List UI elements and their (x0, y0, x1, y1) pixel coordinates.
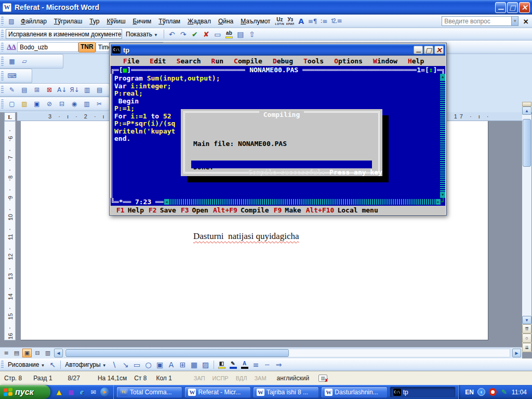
select-objects-icon[interactable]: ↖ (47, 360, 58, 370)
permission-button[interactable]: ⊘ (44, 99, 55, 110)
buildings-icon[interactable]: ▮▮ (66, 388, 75, 396)
menu-item-5[interactable]: Тўплам (155, 16, 184, 26)
menu-item-4[interactable]: Бичим (129, 16, 155, 26)
taskbar-task-3[interactable]: WDasturlashnin... (321, 387, 387, 398)
fn-f9[interactable]: F9Make (269, 206, 301, 214)
close-document-button[interactable]: × (523, 17, 529, 25)
taskbar-task-4[interactable]: C:\tp (390, 387, 456, 398)
start-button[interactable]: пуск (0, 385, 50, 399)
sort-desc-button[interactable]: Я↓ (69, 85, 80, 96)
normal-view-button[interactable]: ≡ (2, 349, 11, 357)
arrow-button[interactable]: ↘ (120, 360, 131, 370)
tp-minimize-button[interactable] (414, 46, 423, 54)
arrow-style-button[interactable]: ⇒ (273, 360, 285, 370)
tab-selector[interactable]: L (4, 112, 16, 121)
uz-kril-button[interactable]: Уз КРИЛ (286, 17, 295, 25)
tp-titlebar[interactable]: C:\ tp (111, 44, 445, 56)
taskbar-task-1[interactable]: WReferat - Micr... (184, 387, 250, 398)
scroll-left-icon[interactable]: ◄ (164, 199, 169, 205)
reading-view-button[interactable]: ▥ (43, 349, 52, 357)
menu-item-6[interactable]: Жадвал (184, 16, 215, 26)
line-color-button[interactable]: ✎ (228, 360, 239, 370)
scroll-track[interactable] (522, 115, 531, 316)
read-mode-button[interactable]: ▥ (81, 99, 92, 110)
text-box-button[interactable]: ▣ (154, 360, 166, 370)
horizontal-scroll-track[interactable] (64, 349, 510, 357)
tp-menu-compile[interactable]: Compile (229, 57, 268, 65)
cut-button[interactable]: ✂ (94, 99, 105, 110)
document-text[interactable]: Dasturni natijasi quyidagicha (193, 231, 299, 242)
show-menu-button[interactable]: Показать▼ (122, 29, 162, 39)
turbo-pascal-window[interactable]: C:\ tp FileEditSearchRunCompileDebugTool… (109, 43, 447, 216)
tp-menu-window[interactable]: Window (368, 57, 403, 65)
save-button[interactable]: ▣ (31, 99, 43, 110)
clip-art-button[interactable]: ▦ (189, 360, 200, 370)
toolbar-grip[interactable] (1, 57, 4, 66)
delete-row-button[interactable]: ⊠ (44, 85, 55, 96)
internet-explorer-icon[interactable]: e (77, 388, 86, 396)
tp-menu-debug[interactable]: Debug (268, 57, 298, 65)
sort-asc-button[interactable]: А↓ (56, 85, 68, 96)
merge-cells-button[interactable]: ▥ (82, 85, 93, 96)
spelling-status-icon[interactable]: ▥ (318, 375, 327, 382)
validate-button[interactable]: ▤ (94, 85, 105, 96)
bullet-list-button[interactable]: ∶≡ (318, 16, 330, 26)
tp-menu-file[interactable]: File (118, 57, 144, 65)
toolbar-grip[interactable] (1, 17, 4, 26)
left-chevron-circle-icon[interactable]: ‹ (477, 388, 485, 396)
fn-f3[interactable]: F3Open (176, 206, 208, 214)
media-player-icon[interactable]: ▶ (100, 388, 109, 396)
tp-menu-options[interactable]: Options (329, 57, 368, 65)
picture-icon[interactable]: ▨ (6, 16, 17, 26)
outlook-express-icon[interactable]: ✉ (89, 388, 98, 396)
scroll-up-icon[interactable]: ▲ (440, 74, 445, 80)
outline-view-button[interactable]: ⊟ (33, 349, 42, 357)
scroll-right-icon[interactable]: ► (436, 199, 441, 205)
clock[interactable]: 11:04 (512, 389, 527, 396)
yellow-triangle-icon[interactable]: ▲ (55, 388, 63, 396)
accept-change-button[interactable]: ✔ (189, 29, 201, 39)
menu-item-1[interactable]: Тўгрилаш (50, 16, 86, 26)
scroll-right-icon[interactable]: ► (512, 349, 521, 357)
font-color-button[interactable]: А (239, 360, 250, 370)
toolbar-grip[interactable] (1, 361, 4, 368)
reviewing-pane-button[interactable]: ▤ (235, 29, 246, 39)
editor-close-icon[interactable]: ■ (123, 66, 127, 74)
question-input[interactable]: Введите вопрос ▼ (442, 16, 518, 26)
fn-alt-f10[interactable]: Alt+F10Local menu (301, 206, 378, 214)
tnr-button[interactable]: TNR (78, 42, 96, 52)
review-mode-select[interactable]: Исправления в измененном документе ▼ (6, 29, 122, 39)
menu-item-2[interactable]: Тур (86, 16, 103, 26)
open-button[interactable]: ▨ (19, 99, 30, 110)
menu-item-3[interactable]: Кўйиш (103, 16, 129, 26)
fn-f2[interactable]: F2Save (144, 206, 176, 214)
tp-menu-run[interactable]: Run (206, 57, 229, 65)
reject-change-button[interactable]: ✘ (201, 29, 212, 39)
wordart-button[interactable]: A (166, 360, 177, 370)
tp-maximize-button[interactable] (424, 46, 433, 54)
maximize-button[interactable] (507, 2, 518, 13)
scroll-down-icon[interactable]: ▼ (440, 192, 445, 198)
close-button[interactable] (519, 2, 530, 13)
fill-color-button[interactable]: ◧ (216, 360, 228, 370)
web-layout-view-button[interactable]: ▤ (12, 349, 21, 357)
scroll-thumb[interactable] (523, 119, 531, 167)
tp-menu-help[interactable]: Help (403, 57, 429, 65)
draw-table-button[interactable]: ▦ (6, 56, 18, 67)
handwriting-button[interactable]: ⌨ (6, 71, 18, 82)
menu-item-8[interactable]: Маълумот (237, 16, 274, 26)
style-select[interactable]: Bodo_uzb (17, 42, 78, 52)
minimize-button[interactable] (495, 2, 506, 13)
edit-text-button[interactable]: ✎ (6, 85, 18, 96)
autoshapes-menu-button[interactable]: Автофигуры▼ (63, 360, 108, 369)
language-indicator[interactable]: EN (465, 389, 474, 396)
styles-icon[interactable]: АА (6, 42, 17, 52)
update-document-button[interactable]: ⇧ (246, 29, 258, 39)
print-button[interactable]: ⊟ (56, 99, 68, 110)
editor-resize-icon[interactable]: ↕ (429, 66, 433, 74)
next-change-button[interactable]: ↷ (178, 29, 189, 39)
menu-item-7[interactable]: Ойна (215, 16, 237, 26)
vertical-ruler[interactable]: 678910111213141516 (4, 121, 16, 340)
fn-alt-f9[interactable]: Alt+F9Compile (208, 206, 269, 214)
drawing-menu-button[interactable]: Рисование▼ (6, 360, 47, 369)
